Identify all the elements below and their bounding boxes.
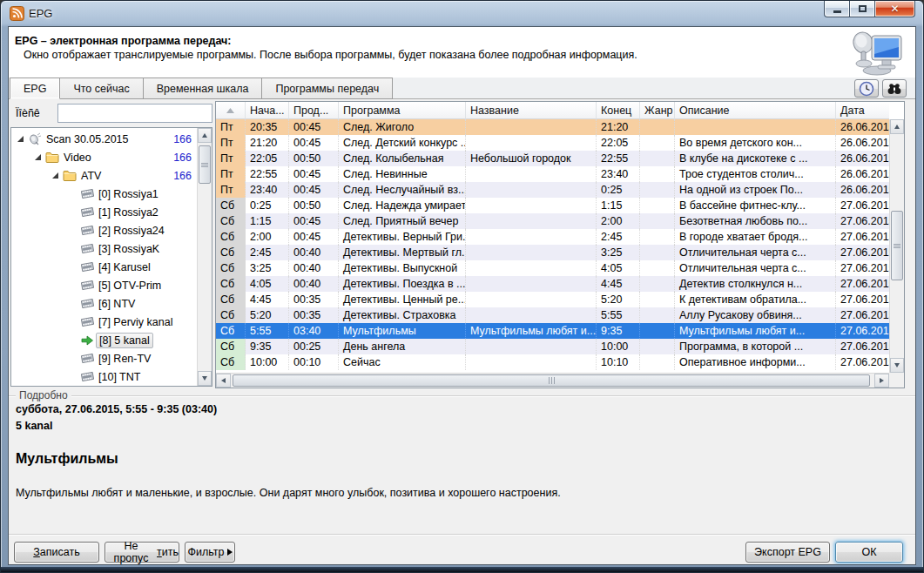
tab-epg[interactable]: EPG — [10, 78, 60, 99]
tree-item[interactable]: Scan 30.05.2015166 — [11, 130, 197, 148]
details-title: Мультфильмы — [16, 451, 118, 467]
tree-item-label[interactable]: [5] OTV-Prim — [96, 279, 164, 293]
scroll-down-button[interactable] — [198, 371, 212, 386]
tree-item[interactable]: [7] Perviy kanal — [11, 313, 197, 331]
ok-button[interactable]: ОК — [835, 542, 903, 563]
minimize-icon — [833, 10, 841, 13]
epg-row[interactable]: Сб4:4500:35Детективы. Ценный ре...5:20К … — [216, 292, 889, 307]
epg-row[interactable]: Пт22:5500:45След. Невинные23:40Трое студ… — [216, 166, 889, 182]
epg-row[interactable]: Сб2:4500:40Детективы. Мертвый гл...3:25О… — [216, 245, 889, 260]
scroll-up-button[interactable] — [890, 119, 904, 134]
record-button[interactable]: Записать — [14, 542, 99, 563]
tree-item-count: 166 — [173, 152, 197, 164]
scroll-left-button[interactable] — [216, 374, 231, 388]
column-header-Описание[interactable]: Описание — [675, 102, 836, 119]
column-header-Дата[interactable]: Дата — [836, 102, 889, 119]
table-vscrollbar[interactable] — [889, 119, 904, 373]
clock-button[interactable] — [854, 79, 879, 98]
tree-item[interactable]: [3] RossiyaK — [11, 239, 197, 258]
dont-miss-button[interactable]: Не пропустить — [105, 542, 179, 563]
epg-row[interactable]: Пт22:0500:50След. КолыбельнаяНебольшой г… — [216, 151, 889, 166]
tree-item[interactable]: ATV166 — [11, 166, 197, 185]
epg-row[interactable]: Сб0:2500:50След. Надежда умирает...1:15В… — [216, 198, 889, 213]
tree-item-label[interactable]: [9] Ren-TV — [96, 352, 153, 366]
tree-item-label[interactable]: [2] Rossiya24 — [96, 224, 167, 238]
tree-item[interactable]: [5] OTV-Prim — [11, 276, 197, 294]
column-header-Программа[interactable]: Программа — [339, 102, 466, 119]
epg-row[interactable]: Сб3:2500:40Детективы. Выпускной4:05Отлич… — [216, 260, 889, 276]
column-header-Название[interactable]: Название — [466, 102, 597, 119]
tree-item[interactable]: [9] Ren-TV — [11, 349, 197, 367]
scroll-down-button[interactable] — [890, 358, 904, 373]
tree-item[interactable]: [6] NTV — [11, 294, 197, 313]
tab-программы-передач[interactable]: Программы передач — [262, 78, 393, 99]
sort-ascending-icon — [226, 108, 234, 113]
scrollbar-thumb[interactable] — [233, 374, 870, 387]
maximize-button[interactable] — [849, 1, 875, 17]
tree-item[interactable]: [0] Rossiya1 — [11, 185, 197, 203]
tree-item-label[interactable]: [1] Rossiya2 — [96, 206, 161, 219]
expander-icon[interactable] — [15, 135, 26, 143]
scrollbar-thumb[interactable] — [891, 211, 903, 280]
tree-item-label[interactable]: Video — [61, 151, 94, 165]
epg-row[interactable]: Сб1:1500:45След. Приятный вечер2:00Безот… — [216, 213, 889, 229]
titlebar[interactable]: EPG ✕ — [1, 1, 923, 26]
tree-item-label[interactable]: [3] RossiyaK — [96, 242, 162, 256]
cell-end: 5:55 — [597, 307, 640, 323]
cell-program: Детективы. Верный Гри... — [339, 229, 466, 245]
cell-name — [466, 245, 597, 260]
tree-item-label[interactable]: [7] Perviy kanal — [96, 315, 175, 329]
expander-icon[interactable] — [50, 172, 61, 179]
column-header-Нача...[interactable]: Нача... — [246, 102, 289, 119]
cell-day: Сб — [216, 260, 246, 276]
minimize-button[interactable] — [824, 1, 850, 17]
epg-row[interactable]: Пт20:3500:45След. Жиголо21:2026.06.2015 — [216, 119, 889, 135]
tree-item-label[interactable]: [0] Rossiya1 — [96, 187, 161, 201]
scrollbar-thumb[interactable] — [199, 145, 211, 184]
close-button[interactable]: ✕ — [874, 1, 915, 17]
column-header-Прод...[interactable]: Прод... — [289, 102, 339, 119]
epg-row[interactable]: Сб9:3500:25День ангела10:00Программа, в … — [216, 339, 889, 354]
tab-что-сейчас[interactable]: Что сейчас — [60, 78, 143, 99]
tree-scrollbar[interactable] — [197, 128, 212, 386]
expander-icon[interactable] — [32, 153, 44, 161]
export-epg-button[interactable]: Экспорт EPG — [745, 542, 830, 563]
tab-временная-шкала[interactable]: Временная шкала — [144, 78, 263, 99]
epg-row[interactable]: Пт23:4000:45След. Неслучайный вз...0:25Н… — [216, 182, 889, 198]
search-input[interactable] — [57, 104, 212, 123]
epg-row[interactable]: Сб5:5503:40МультфильмыМультфильмы любят … — [216, 323, 889, 339]
epg-row[interactable]: Сб5:2000:35Детективы. Страховка5:55Аллу … — [216, 307, 889, 323]
cell-end: 4:45 — [597, 276, 640, 292]
cell-desc: Программа, в которой ... — [675, 339, 836, 354]
epg-row[interactable]: Сб2:0000:45Детективы. Верный Гри...2:45В… — [216, 229, 889, 245]
tree-item[interactable]: [8] 5 kanal — [11, 331, 197, 349]
filter-button[interactable]: Фильтр — [185, 542, 235, 563]
table-hscrollbar[interactable] — [216, 373, 889, 388]
tree-item[interactable]: Video166 — [11, 148, 197, 166]
tree-item-label[interactable]: [4] Karusel — [96, 260, 153, 274]
tree-item[interactable]: [1] Rossiya2 — [11, 203, 197, 221]
cell-end: 0:25 — [597, 182, 640, 198]
column-header-sort[interactable] — [216, 102, 246, 119]
epg-row[interactable]: Сб4:0500:40Детективы. Поездка в ...4:45Д… — [216, 276, 889, 292]
tree-item[interactable]: [4] Karusel — [11, 258, 197, 276]
scroll-up-button[interactable] — [198, 128, 212, 143]
epg-row[interactable]: Сб10:0000:10Сейчас10:10Оперативное инфор… — [216, 354, 889, 370]
tree-item[interactable]: [2] Rossiya24 — [11, 221, 197, 239]
column-header-Конец[interactable]: Конец — [597, 102, 640, 119]
column-header-Жанр[interactable]: Жанр — [640, 102, 675, 119]
cell-start: 22:05 — [246, 151, 289, 166]
tree-item-label[interactable]: [6] NTV — [96, 297, 138, 311]
scroll-right-button[interactable] — [874, 374, 889, 388]
cell-name — [466, 135, 597, 151]
cell-dur: 00:45 — [289, 213, 339, 229]
tree-item-label[interactable]: Scan 30.05.2015 — [44, 132, 132, 146]
tree-item-label[interactable]: [10] TNT — [96, 370, 143, 384]
tree-item-label[interactable]: ATV — [78, 169, 104, 183]
cell-dur: 00:35 — [289, 292, 339, 307]
epg-row[interactable]: Пт21:2000:45След. Детский конкурс ...22:… — [216, 135, 889, 151]
tree-item-label[interactable]: [8] 5 kanal — [96, 333, 153, 348]
tree-item[interactable]: [10] TNT — [11, 367, 197, 386]
find-button[interactable] — [882, 79, 907, 98]
film-strip-icon — [81, 371, 94, 382]
